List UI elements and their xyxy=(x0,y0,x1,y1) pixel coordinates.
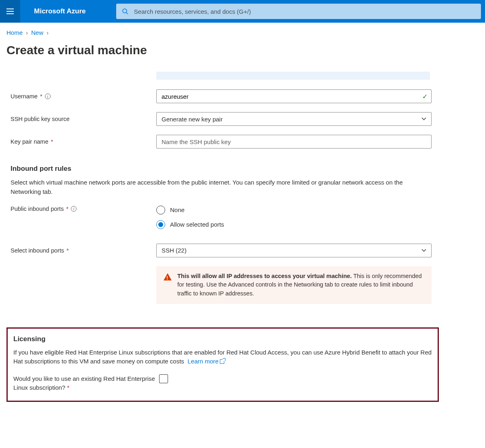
required-mark: * xyxy=(40,93,43,100)
select-ports-select[interactable]: SSH (22) xyxy=(156,244,432,257)
check-icon: ✓ xyxy=(422,93,428,100)
info-icon[interactable]: i xyxy=(71,206,77,212)
select-ports-value: SSH (22) xyxy=(162,247,187,254)
svg-line-1 xyxy=(126,13,128,14)
required-mark: * xyxy=(66,206,68,212)
licensing-title: Licensing xyxy=(13,335,432,343)
top-header: Microsoft Azure xyxy=(0,0,485,23)
keypair-label: Key pair name * xyxy=(11,138,156,145)
keypair-input[interactable] xyxy=(156,135,432,149)
chevron-down-icon xyxy=(421,117,426,121)
learn-more-link[interactable]: Learn more xyxy=(187,358,224,365)
info-icon[interactable]: i xyxy=(45,93,51,99)
username-label: Username * i xyxy=(11,93,156,100)
chevron-down-icon xyxy=(421,248,426,253)
breadcrumb: Home › New › xyxy=(6,29,479,36)
search-icon xyxy=(122,8,128,15)
warning-box: This will allow all IP addresses to acce… xyxy=(156,266,432,304)
brand-logo[interactable]: Microsoft Azure xyxy=(34,7,86,15)
radio-icon xyxy=(156,206,165,214)
username-input[interactable] xyxy=(156,89,432,103)
select-ports-label: Select inbound ports * xyxy=(11,247,156,254)
search-input[interactable] xyxy=(134,8,475,15)
licensing-desc: If you have eligible Red Hat Enterprise … xyxy=(13,348,432,366)
radio-none[interactable]: None xyxy=(156,206,479,214)
breadcrumb-home[interactable]: Home xyxy=(6,29,23,36)
radio-icon-selected xyxy=(156,220,165,229)
required-mark: * xyxy=(51,138,53,145)
external-link-icon xyxy=(220,359,224,364)
licensing-box: Licensing If you have eligible Red Hat E… xyxy=(6,327,439,402)
required-mark: * xyxy=(67,384,70,391)
ssh-source-label: SSH public key source xyxy=(11,116,156,122)
radio-none-label: None xyxy=(170,206,185,213)
inbound-title: Inbound port rules xyxy=(11,165,479,173)
chevron-right-icon: › xyxy=(26,29,28,36)
chevron-right-icon: › xyxy=(47,29,49,36)
page-title: Create a virtual machine xyxy=(6,43,479,57)
search-bar[interactable] xyxy=(116,4,481,19)
svg-point-0 xyxy=(123,9,127,13)
licensing-question: Would you like to use an existing Red Ha… xyxy=(13,374,159,393)
info-strip xyxy=(156,72,430,80)
public-ports-label: Public inbound ports * i xyxy=(11,206,156,212)
radio-allow[interactable]: Allow selected ports xyxy=(156,220,479,229)
radio-allow-label: Allow selected ports xyxy=(170,221,224,228)
warning-icon xyxy=(164,273,172,280)
ssh-source-select[interactable]: Generate new key pair xyxy=(156,112,432,126)
ssh-source-value: Generate new key pair xyxy=(162,116,223,123)
content-area: Home › New › Create a virtual machine Us… xyxy=(0,23,485,410)
hamburger-menu[interactable] xyxy=(0,0,20,23)
hamburger-icon xyxy=(6,8,14,14)
breadcrumb-new[interactable]: New xyxy=(31,29,43,36)
warning-text: This will allow all IP addresses to acce… xyxy=(177,272,424,298)
existing-subscription-checkbox[interactable] xyxy=(159,374,168,383)
inbound-desc: Select which virtual machine network por… xyxy=(11,178,432,197)
required-mark: * xyxy=(66,247,69,254)
